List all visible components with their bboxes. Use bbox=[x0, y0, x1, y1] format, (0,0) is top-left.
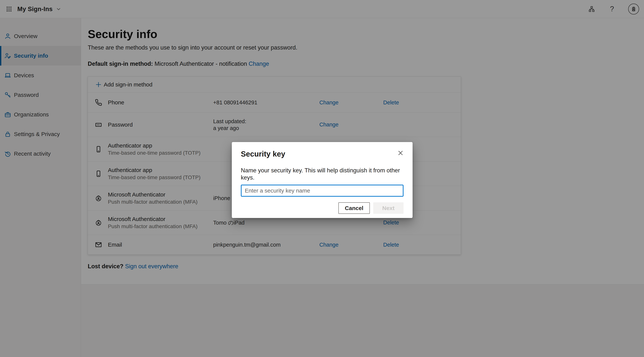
close-icon bbox=[397, 150, 404, 156]
page-root: { "colors": { "link_blue": "#0067b8", "n… bbox=[0, 0, 644, 357]
next-button[interactable]: Next bbox=[373, 202, 404, 214]
cancel-button[interactable]: Cancel bbox=[338, 202, 370, 214]
security-key-dialog: Security key Name your security key. Thi… bbox=[232, 142, 412, 218]
close-button[interactable] bbox=[396, 149, 405, 157]
dialog-description: Name your security key. This will help d… bbox=[241, 167, 404, 181]
security-key-name-input[interactable] bbox=[241, 185, 404, 197]
dialog-actions: Cancel Next bbox=[241, 202, 404, 214]
dialog-title: Security key bbox=[241, 150, 404, 158]
